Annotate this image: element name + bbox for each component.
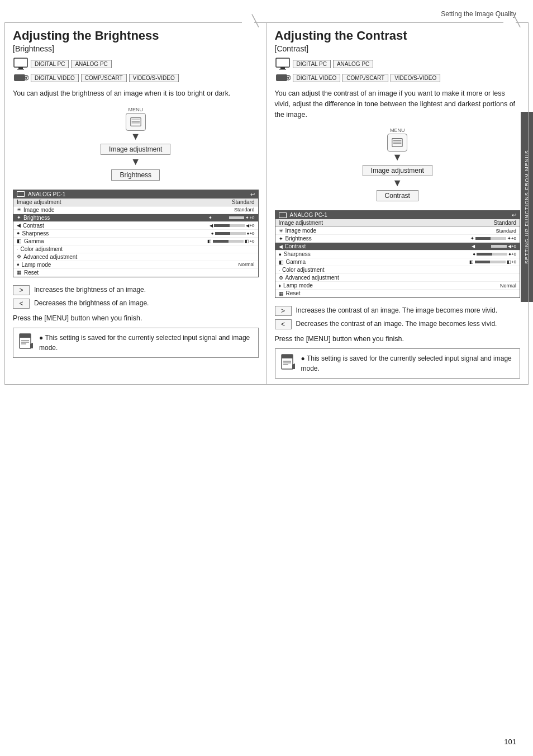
menu-row-icon: ♦ xyxy=(279,283,282,289)
left-note-box: ● This setting is saved for the currentl… xyxy=(13,328,259,358)
menu-row-label: Reset xyxy=(286,290,301,296)
right-key-desc-1: Decreases the contrast of an image. The … xyxy=(296,319,497,329)
projector-icon-right xyxy=(275,72,291,84)
svg-rect-2 xyxy=(17,69,24,70)
bar-track xyxy=(213,216,244,219)
menu-row-item: ●Sharpness●●+0 xyxy=(13,230,258,238)
bar-fill xyxy=(475,261,491,263)
menu-row-label: Contrast xyxy=(285,243,306,249)
left-key-row-1: < Decreases the brightness of an image. xyxy=(13,299,259,309)
svg-rect-11 xyxy=(20,334,31,338)
menu-row-item: ▦Reset xyxy=(13,269,258,277)
bar-value: ◀+0 xyxy=(508,244,516,249)
left-screen-header-right: Standard xyxy=(232,199,255,205)
menu-row-item: ◧Gamma◧◧+0 xyxy=(275,258,520,266)
menu-row-left: ◀Contrast xyxy=(17,223,44,229)
bar-track xyxy=(213,240,244,243)
bar-value: ◀+0 xyxy=(246,223,254,228)
menu-row-left: ✦Brightness xyxy=(279,235,312,242)
menu-row-left: ✦Brightness xyxy=(17,215,50,221)
bar-track xyxy=(475,237,506,240)
menu-row-left: ·Color adjustment xyxy=(17,246,63,252)
analog-pc-badge-left: ANALOG PC xyxy=(71,60,111,68)
menu-row-item: ♦Lamp modeNormal xyxy=(13,261,258,269)
bar-fill xyxy=(477,253,492,256)
right-note-content: This setting is saved for the currently … xyxy=(301,355,512,372)
right-key-row-1: < Decreases the contrast of an image. Th… xyxy=(275,319,521,329)
right-input-row2: DIGITAL VIDEO COMP./SCART VIDEO/S-VIDEO xyxy=(275,72,521,84)
menu-row-icon: ◧ xyxy=(17,238,22,244)
menu-row-left: ♦Lamp mode xyxy=(17,262,51,268)
svg-rect-1 xyxy=(18,67,23,69)
menu-row-label: Brightness xyxy=(285,235,312,242)
left-key-desc-0: Increases the brightness of an image. xyxy=(34,285,146,295)
svg-rect-6 xyxy=(131,117,141,126)
menu-row-label: Contrast xyxy=(23,223,44,229)
right-section-subtitle: [Contrast] xyxy=(275,44,521,53)
menu-row-item: ▦Reset xyxy=(275,290,520,297)
menu-row-left: ●Sharpness xyxy=(279,251,311,257)
bar-fill xyxy=(214,224,230,227)
left-note-icon xyxy=(18,333,35,349)
video-svideo-badge-right: VIDEO/S-VIDEO xyxy=(391,74,440,82)
right-screen-header-right: Standard xyxy=(493,220,516,226)
menu-row-label: Image mode xyxy=(285,228,317,234)
bar-fill xyxy=(475,237,491,240)
menu-row-bar: ●●+0 xyxy=(211,231,255,236)
menu-row-icon: · xyxy=(279,267,280,273)
bar-value: ◧+0 xyxy=(507,259,516,264)
svg-rect-18 xyxy=(279,69,286,70)
bar-dot-left: ◀ xyxy=(472,244,475,249)
right-arrow2: ▼ xyxy=(392,177,402,190)
menu-row-icon: ● xyxy=(17,230,20,236)
menu-row-label: Color adjustment xyxy=(21,246,63,252)
left-key-0: > xyxy=(13,285,30,295)
menu-row-left: ●Sharpness xyxy=(17,230,49,237)
right-input-icons: DIGITAL PC ANALOG PC DIGITAL VIDEO COMP.… xyxy=(275,58,521,84)
menu-row-left: ♦Lamp mode xyxy=(279,282,313,289)
right-key-1: < xyxy=(275,319,292,329)
digital-pc-badge-left: DIGITAL PC xyxy=(31,60,69,68)
left-section-title: Adjusting the Brightness xyxy=(13,29,259,43)
row-value: Standard xyxy=(234,207,255,212)
left-screen-return-icon: ↩ xyxy=(250,191,255,197)
bar-fill xyxy=(215,232,231,235)
left-menu-flow: MENU ▼ Image adjustment ▼ Brightness xyxy=(13,107,259,182)
left-key-1: < xyxy=(13,299,30,309)
row-value: Normal xyxy=(500,283,516,289)
row-value: Standard xyxy=(496,228,516,234)
menu-row-left: ☀Image mode xyxy=(279,228,317,234)
bar-value: ✦+0 xyxy=(507,236,516,241)
bar-track xyxy=(214,224,245,227)
menu-row-bar: ●●+0 xyxy=(473,252,516,257)
left-arrow1: ▼ xyxy=(131,131,141,143)
video-svideo-badge-left: VIDEO/S-VIDEO xyxy=(129,74,179,82)
menu-row-bar: ◀◀+0 xyxy=(472,244,516,249)
right-flow-step1: Image adjustment xyxy=(363,165,432,176)
right-screen-header-left: Image adjustment xyxy=(279,220,323,226)
left-screen-header-left: Image adjustment xyxy=(17,199,61,205)
menu-row-item: ⚙Advanced adjustment xyxy=(13,253,258,261)
menu-row-label: Image mode xyxy=(23,207,55,213)
right-notch-decoration: ╲ xyxy=(513,15,520,26)
right-note-box: ● This setting is saved for the currentl… xyxy=(275,348,521,379)
bar-track xyxy=(475,261,506,263)
left-flow-step1: Image adjustment xyxy=(101,144,170,155)
left-screen-title-left: ANALOG PC-1 xyxy=(17,191,65,197)
bar-dot-left: ◧ xyxy=(207,239,212,244)
left-note-text: ● This setting is saved for the currentl… xyxy=(39,333,254,353)
menu-row-item: ☀Image modeStandard xyxy=(13,206,258,214)
menu-row-left: ▦Reset xyxy=(279,290,301,296)
projector-icon-left xyxy=(13,72,28,84)
monitor-icon xyxy=(13,58,28,70)
menu-row-label: Lamp mode xyxy=(283,282,313,289)
bar-fill xyxy=(213,216,229,219)
right-menu-icon xyxy=(387,134,407,152)
right-note-text: ● This setting is saved for the currentl… xyxy=(301,353,516,374)
page-header: Setting the Image Quality xyxy=(0,0,533,22)
right-menu-icon-wrap: MENU xyxy=(387,127,407,152)
menu-row-bar: ✦✦+0 xyxy=(470,236,516,241)
right-note-icon xyxy=(280,353,297,370)
menu-row-left: ◧Gamma xyxy=(279,259,306,265)
svg-rect-22 xyxy=(392,139,402,147)
